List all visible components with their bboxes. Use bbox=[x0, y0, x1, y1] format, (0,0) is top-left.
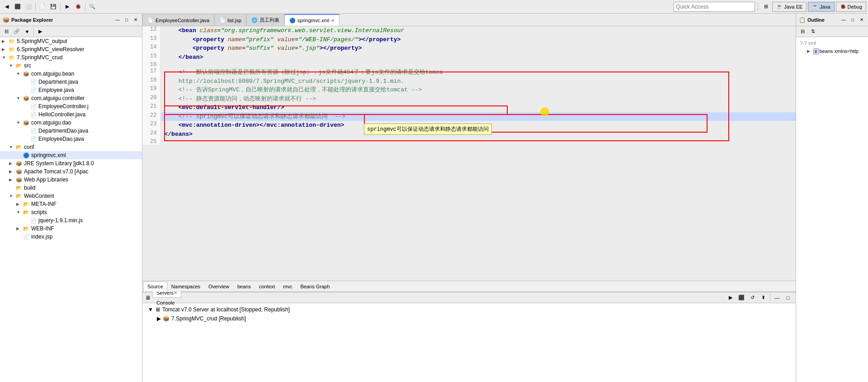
expand-btn[interactable]: ▶ bbox=[35, 27, 45, 37]
link-editor-btn[interactable]: 🔗 bbox=[12, 27, 22, 37]
editor-bottom-tab-namespaces[interactable]: Namespaces bbox=[167, 282, 204, 291]
tree-item-webapp[interactable]: ▶ 📦 Web App Libraries bbox=[0, 176, 142, 184]
editor-bottom-tab-overview[interactable]: Overview bbox=[204, 282, 233, 291]
editor-bottom-tab-source[interactable]: Source bbox=[143, 282, 167, 291]
tree-item-webcontent[interactable]: ▼ 📂 WebContent bbox=[0, 192, 142, 200]
outline-item-xml[interactable]: ?-? xml bbox=[798, 39, 866, 47]
tree-item-dept-dao[interactable]: 📄 DepartmentDao.java bbox=[0, 127, 142, 135]
line-num-21: 21 bbox=[142, 103, 160, 112]
tree-item-jre[interactable]: ▶ 📦 JRE System Library [jdk1.8.0 bbox=[0, 159, 142, 167]
toolbar-btn-1[interactable]: ◀ bbox=[2, 2, 12, 12]
tree-item-tomcat[interactable]: ▶ 📦 Apache Tomcat v7.0 [Apac bbox=[0, 167, 142, 176]
server-item-tomcat-server[interactable]: ▼ 🖥 Tomcat v7.0 Server at localhost [Sto… bbox=[146, 305, 792, 314]
tree-item-src[interactable]: ▼ 📂 src bbox=[0, 62, 142, 70]
editor-bottom-tab-beans[interactable]: beans bbox=[233, 282, 255, 291]
tree-label-jre: JRE System Library [jdk1.8.0 bbox=[24, 160, 94, 167]
debug-btn-perspective[interactable]: 🐞 Debug bbox=[836, 2, 866, 12]
toolbar-sep-1 bbox=[35, 3, 36, 11]
java-ee-btn[interactable]: ☕ Java EE bbox=[772, 2, 807, 12]
editor-bottom-tab-mvc[interactable]: mvc bbox=[279, 282, 296, 291]
tree-icon-dao: 📦 bbox=[23, 119, 30, 126]
child-label-crud-app: 7.SpringMVC_crud [Republish] bbox=[171, 315, 246, 322]
editor-tab-emp-ctrl-tab[interactable]: 📄 EmployeeController.java bbox=[142, 14, 214, 26]
editor-section: 📄 EmployeeController.java 📄 list.jsp 🌐 员… bbox=[142, 14, 796, 291]
restart-server-btn[interactable]: ↺ bbox=[747, 293, 757, 303]
editor-tab-springmvc-tab[interactable]: 🔵 springmvc.xml ✕ bbox=[284, 14, 340, 26]
tree-item-emp-java[interactable]: 📄 Employee.java bbox=[0, 86, 142, 94]
code-line-12: 12 <bean class="org.springframework.web.… bbox=[142, 26, 796, 35]
close-left-btn[interactable]: ✕ bbox=[132, 16, 139, 24]
quick-access-box: ⊞ ☕ Java EE ☕ Java 🐞 Debug bbox=[674, 2, 866, 12]
tree-arrow-5-output: ▶ bbox=[2, 39, 8, 43]
view-menu-btn[interactable]: ▼ bbox=[22, 27, 32, 37]
search-btn[interactable]: 🔍 bbox=[87, 2, 97, 12]
outline-beans-label: beans xmlns=http bbox=[820, 48, 859, 54]
quick-access-input[interactable] bbox=[674, 2, 755, 12]
close-right-btn[interactable]: ✕ bbox=[858, 16, 865, 24]
java-btn[interactable]: ☕ Java bbox=[808, 2, 834, 12]
tree-icon-emp-java: 📄 bbox=[30, 86, 37, 94]
open-perspective-btn[interactable]: ⊞ bbox=[761, 2, 771, 12]
maximize-left-btn[interactable]: □ bbox=[123, 16, 130, 24]
toolbar-btn-2[interactable]: ⬛ bbox=[13, 2, 23, 12]
maximize-bottom-btn[interactable]: □ bbox=[783, 293, 793, 303]
tree-arrow-7-crud: ▼ bbox=[2, 55, 8, 60]
tree-icon-springmvc-xml: 🔵 bbox=[23, 152, 30, 159]
server-child-crud-app[interactable]: ▶ 📦 7.SpringMVC_crud [Republish] bbox=[146, 314, 792, 323]
code-container[interactable]: 12 <bean class="org.springframework.web.… bbox=[142, 26, 796, 281]
tree-item-hello-ctrl[interactable]: 📄 HelloController.java bbox=[0, 110, 142, 119]
tree-label-dept-dao: DepartmentDao.java bbox=[38, 128, 88, 134]
new-btn[interactable]: 📄 bbox=[38, 2, 47, 12]
tree-item-emp-dao[interactable]: 📄 EmployeeDao.java bbox=[0, 135, 142, 143]
minimize-right-btn[interactable]: — bbox=[840, 16, 847, 24]
minimize-left-btn[interactable]: — bbox=[114, 16, 121, 24]
tree-item-dept-java[interactable]: 📄 Department.java bbox=[0, 78, 142, 86]
tree-item-6-viewresolver[interactable]: ▶ 📁 6.SpringMVC_viewResolver bbox=[0, 45, 142, 53]
minimize-bottom-btn[interactable]: — bbox=[772, 293, 782, 303]
save-btn[interactable]: 💾 bbox=[48, 2, 58, 12]
tree-item-indexjsp[interactable]: 📄 index.jsp bbox=[0, 233, 142, 241]
tree-item-build[interactable]: 📂 build bbox=[0, 184, 142, 192]
tree-item-dao[interactable]: ▼ 📦 com.atguigu.dao bbox=[0, 119, 142, 127]
outline-item-beans[interactable]: ▶ e beans xmlns=http bbox=[798, 47, 866, 55]
tab-close-springmvc-tab[interactable]: ✕ bbox=[331, 18, 335, 23]
debug-btn[interactable]: 🐞 bbox=[73, 2, 83, 12]
stop-server-btn[interactable]: ⬛ bbox=[736, 293, 746, 303]
tree-item-metainf[interactable]: ▶ 📂 META-INF bbox=[0, 200, 142, 208]
line-num-23: 23 bbox=[142, 121, 160, 130]
editor-tab-list-jsp-tab[interactable]: 📄 list.jsp bbox=[214, 14, 246, 26]
editor-bottom-tab-context[interactable]: context bbox=[255, 282, 279, 291]
tree-label-hello-ctrl: HelloController.java bbox=[38, 111, 85, 118]
tree-label-webinf: WEB-INF bbox=[31, 225, 54, 232]
tree-item-controller[interactable]: ▼ 📦 com.atguigu.controller bbox=[0, 94, 142, 102]
start-server-btn[interactable]: ▶ bbox=[726, 293, 736, 303]
editor-bottom-tab-beans-graph[interactable]: Beans Graph bbox=[297, 282, 334, 291]
publish-btn[interactable]: ⬆ bbox=[758, 293, 768, 303]
tree-item-emp-ctrl[interactable]: 📄 EmployeeController.j bbox=[0, 102, 142, 110]
line-content-22: <!-- springmvc可以保证动态请求和静态请求都能访问 --> bbox=[160, 112, 796, 121]
tree-icon-bean: 📦 bbox=[23, 70, 30, 77]
tree-item-5-output[interactable]: ▶ 📁 5.SpringMVC_output bbox=[0, 37, 142, 45]
line-num-24: 24 bbox=[142, 130, 160, 139]
toolbar-btn-3[interactable]: ⬜ bbox=[24, 2, 33, 12]
tree-label-6-viewresolver: 6.SpringMVC_viewResolver bbox=[17, 46, 84, 53]
tree-icon-build: 📂 bbox=[15, 184, 23, 191]
tree-item-bean[interactable]: ▼ 📦 com.atguigu.bean bbox=[0, 70, 142, 78]
tree-arrow-6-viewresolver: ▶ bbox=[2, 47, 8, 52]
run-btn[interactable]: ▶ bbox=[62, 2, 72, 12]
maximize-right-btn[interactable]: □ bbox=[849, 16, 856, 24]
tree-item-jquery[interactable]: 📄 jquery-1.9.1.min.js bbox=[0, 216, 142, 224]
tab-icon-list-jsp-tab: 📄 bbox=[219, 17, 226, 23]
outline-collapse-btn[interactable]: ⊟ bbox=[797, 27, 807, 37]
tree-arrow-webinf: ▶ bbox=[16, 226, 23, 231]
collapse-all-btn[interactable]: ⊟ bbox=[1, 27, 11, 37]
tree-item-springmvc-xml[interactable]: 🔵 springmvc.xml bbox=[0, 151, 142, 159]
code-line-14: 14 <property name="suffix" value=".jsp">… bbox=[142, 44, 796, 53]
tree-item-7-crud[interactable]: ▼ 📁 7.SpringMVC_crud bbox=[0, 53, 142, 62]
tree-item-scripts[interactable]: ▼ 📂 scripts bbox=[0, 208, 142, 216]
tree-item-webinf[interactable]: ▶ 📂 WEB-INF bbox=[0, 224, 142, 233]
outline-sort-btn[interactable]: ⇅ bbox=[808, 27, 818, 37]
tree-item-conf[interactable]: ▼ 📂 conf bbox=[0, 143, 142, 151]
editor-tab-emp-list-tab[interactable]: 🌐 员工列表 bbox=[246, 14, 284, 26]
tab-label-list-jsp-tab: list.jsp bbox=[227, 18, 241, 23]
